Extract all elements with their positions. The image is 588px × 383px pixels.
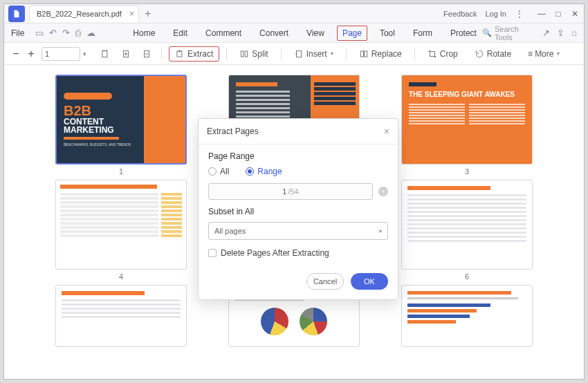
app-window: B2B_2022_Research.pdf × + Feedback Log I…: [3, 3, 585, 380]
dialog-header: Extract Pages ×: [199, 119, 398, 144]
dialog-title: Extract Pages: [207, 127, 259, 136]
modal-overlay: Extract Pages × Page Range All Range: [4, 4, 584, 379]
clear-range-icon[interactable]: ×: [378, 187, 388, 196]
radio-range[interactable]: Range: [246, 167, 282, 176]
extract-pages-dialog: Extract Pages × Page Range All Range: [198, 118, 398, 300]
checkbox-icon: [208, 249, 217, 257]
dialog-close-icon[interactable]: ×: [384, 126, 389, 137]
range-value: 1: [282, 187, 286, 196]
subset-label: Subset in All: [208, 207, 388, 216]
radio-all[interactable]: All: [208, 167, 229, 176]
page-range-label: Page Range: [208, 151, 388, 161]
delete-after-checkbox[interactable]: Delete Pages After Extracting: [208, 248, 388, 258]
chevron-down-icon: ▾: [379, 228, 382, 234]
cancel-button[interactable]: Cancel: [306, 273, 344, 290]
range-total: /54: [288, 187, 298, 196]
subset-value: All pages: [214, 227, 378, 235]
range-input[interactable]: 1 /54: [208, 183, 373, 200]
ok-button[interactable]: OK: [351, 273, 388, 290]
subset-select[interactable]: All pages ▾: [208, 222, 388, 240]
delete-after-label: Delete Pages After Extracting: [221, 248, 329, 258]
